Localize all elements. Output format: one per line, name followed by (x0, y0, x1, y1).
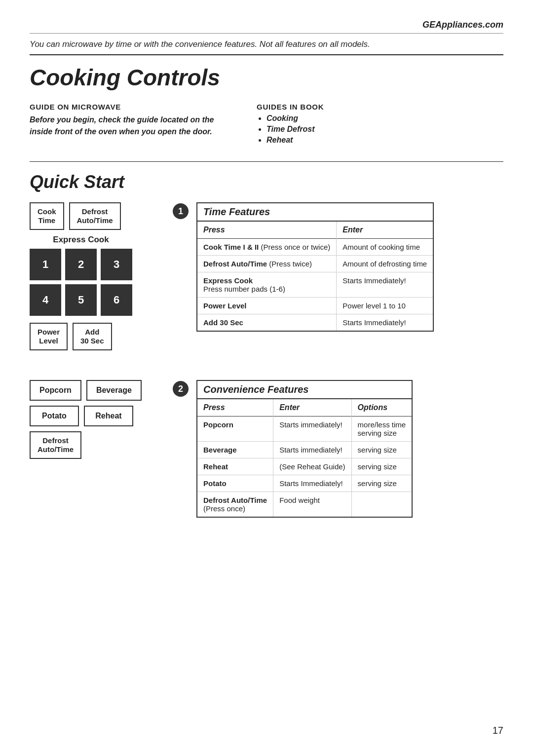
enter-cell: Starts Immediately! (337, 314, 433, 332)
options-cell: serving size (351, 475, 412, 492)
enter-cell: Starts immediately! (273, 416, 351, 442)
numpad-3[interactable]: 3 (101, 249, 132, 280)
convenience-section: Popcorn Beverage Potato Reheat DefrostAu… (30, 380, 503, 518)
quick-start-title: Quick Start (30, 172, 503, 192)
guide-on-microwave-label: GUIDE ON MICROWAVE (30, 103, 217, 111)
col-enter-header: Enter (337, 221, 433, 239)
enter-cell: Power level 1 to 10 (337, 298, 433, 314)
guide-on-microwave-body: Before you begin, check the guide locate… (30, 114, 217, 138)
guides-in-book: GUIDES IN BOOK Cooking Time Defrost Rehe… (257, 103, 324, 147)
list-item: Cooking (266, 114, 324, 123)
press-cell: Cook Time I & II (Press once or twice) (197, 239, 337, 256)
press-cell: Express CookPress number pads (1-6) (197, 272, 337, 298)
defrost-autotime-button[interactable]: DefrostAuto/Time (69, 202, 121, 230)
col-press-header: Press (197, 399, 273, 416)
enter-cell: Amount of defrosting time (337, 256, 433, 272)
enter-cell: Starts Immediately! (273, 475, 351, 492)
numpad-4[interactable]: 4 (30, 284, 61, 316)
press-cell: Defrost Auto/Time (Press twice) (197, 256, 337, 272)
number-badge-1: 1 (173, 203, 189, 219)
table-row: Popcorn Starts immediately! more/less ti… (197, 416, 412, 442)
guide-on-microwave: GUIDE ON MICROWAVE Before you begin, che… (30, 103, 217, 147)
beverage-button[interactable]: Beverage (86, 380, 142, 401)
cook-time-button[interactable]: CookTime (30, 202, 64, 230)
guides-in-book-list: Cooking Time Defrost Reheat (257, 114, 324, 145)
guide-section: GUIDE ON MICROWAVE Before you begin, che… (30, 103, 503, 147)
enter-cell: Starts immediately! (273, 442, 351, 458)
add-30sec-button[interactable]: Add30 Sec (73, 323, 112, 350)
press-cell: Reheat (197, 458, 273, 475)
convenience-features-table-wrapper: Convenience Features Press Enter Options… (196, 380, 413, 518)
potato-button[interactable]: Potato (30, 406, 79, 426)
power-level-button[interactable]: PowerLevel (30, 323, 68, 350)
press-cell: Potato (197, 475, 273, 492)
page-number: 17 (493, 725, 503, 736)
options-cell: serving size (351, 458, 412, 475)
press-cell: Power Level (197, 298, 337, 314)
convenience-features-table: Press Enter Options Popcorn Starts immed… (196, 398, 413, 518)
time-features-section: 1 Time Features Press Enter Cook Time I … (173, 202, 434, 332)
numpad-1[interactable]: 1 (30, 249, 61, 280)
guides-in-book-label: GUIDES IN BOOK (257, 103, 324, 111)
table-row: Add 30 Sec Starts Immediately! (197, 314, 433, 332)
convenience-keypad: Popcorn Beverage Potato Reheat DefrostAu… (30, 380, 158, 459)
enter-cell: Starts Immediately! (337, 272, 433, 298)
col-press-header: Press (197, 221, 337, 239)
col-options-header: Options (351, 399, 412, 416)
bottom-button-row: PowerLevel Add30 Sec (30, 323, 112, 350)
number-badge-2: 2 (173, 381, 189, 397)
table-row: Power Level Power level 1 to 10 (197, 298, 433, 314)
defrost-autotime-conv-button[interactable]: DefrostAuto/Time (30, 431, 81, 459)
conv-row-1: Popcorn Beverage (30, 380, 158, 401)
enter-cell: (See Reheat Guide) (273, 458, 351, 475)
numpad-5[interactable]: 5 (65, 284, 97, 316)
table-row: Potato Starts Immediately! serving size (197, 475, 412, 492)
quick-start-body: CookTime DefrostAuto/Time Express Cook 1… (30, 202, 503, 350)
numpad-6[interactable]: 6 (101, 284, 132, 316)
table-row: Reheat (See Reheat Guide) serving size (197, 458, 412, 475)
press-cell: Defrost Auto/Time(Press once) (197, 492, 273, 518)
enter-cell: Amount of cooking time (337, 239, 433, 256)
top-button-row: CookTime DefrostAuto/Time (30, 202, 121, 230)
website-label: GEAppliances.com (30, 20, 503, 30)
col-enter-header: Enter (273, 399, 351, 416)
enter-cell: Food weight (273, 492, 351, 518)
keypad-section: CookTime DefrostAuto/Time Express Cook 1… (30, 202, 158, 350)
table-row: Defrost Auto/Time(Press once) Food weigh… (197, 492, 412, 518)
table-row: Express CookPress number pads (1-6) Star… (197, 272, 433, 298)
page-title: Cooking Controls (30, 64, 503, 91)
convenience-features-title: Convenience Features (196, 380, 413, 398)
conv-row-3: DefrostAuto/Time (30, 431, 158, 459)
convenience-features-section: 2 Convenience Features Press Enter Optio… (173, 380, 413, 518)
table-row: Beverage Starts immediately! serving siz… (197, 442, 412, 458)
express-cook-label: Express Cook (30, 235, 132, 245)
numpad-2[interactable]: 2 (65, 249, 97, 280)
intro-text: You can microwave by time or with the co… (30, 39, 503, 49)
options-cell (351, 492, 412, 518)
press-cell: Beverage (197, 442, 273, 458)
time-features-table-wrapper: Time Features Press Enter Cook Time I & … (196, 202, 434, 332)
table-row: Cook Time I & II (Press once or twice) A… (197, 239, 433, 256)
press-cell: Popcorn (197, 416, 273, 442)
numpad: 1 2 3 4 5 6 (30, 249, 132, 316)
list-item: Time Defrost (266, 125, 324, 134)
conv-row-2: Potato Reheat (30, 406, 158, 426)
options-cell: more/less timeserving size (351, 416, 412, 442)
press-cell: Add 30 Sec (197, 314, 337, 332)
popcorn-button[interactable]: Popcorn (30, 380, 81, 401)
list-item: Reheat (266, 136, 324, 145)
table-row: Defrost Auto/Time (Press twice) Amount o… (197, 256, 433, 272)
options-cell: serving size (351, 442, 412, 458)
time-features-title: Time Features (196, 202, 434, 221)
time-features-table: Press Enter Cook Time I & II (Press once… (196, 221, 434, 332)
reheat-button[interactable]: Reheat (84, 406, 133, 426)
